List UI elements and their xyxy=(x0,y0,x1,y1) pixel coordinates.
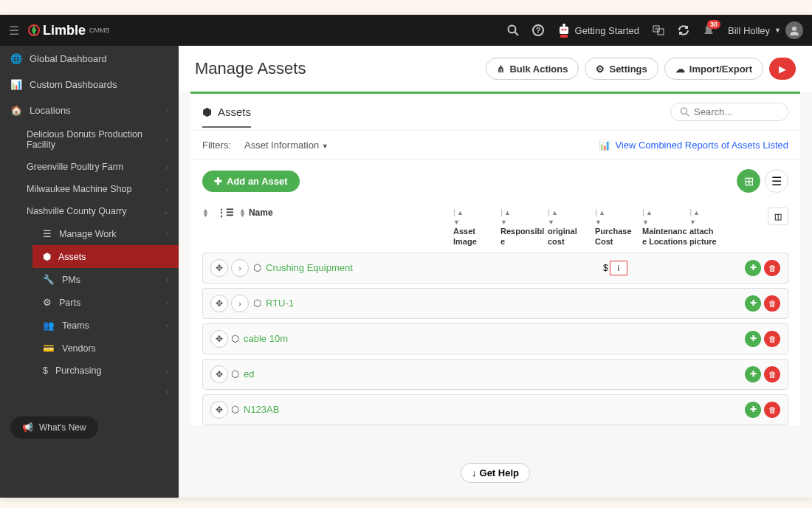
menu-icon[interactable]: ☰ xyxy=(9,24,19,38)
cube-icon: ⬡ xyxy=(231,368,239,380)
row-add-button[interactable]: ✚ xyxy=(745,331,761,347)
import-export-button[interactable]: ☁Import/Export xyxy=(664,58,763,80)
getting-started-label: Getting Started xyxy=(575,25,639,36)
getting-started-link[interactable]: Getting Started xyxy=(557,22,639,38)
nav-collapse[interactable]: › xyxy=(16,382,179,402)
row-add-button[interactable]: ✚ xyxy=(745,260,761,276)
row-delete-button[interactable]: 🗑 xyxy=(764,366,780,382)
expand-button[interactable]: › xyxy=(231,259,249,277)
nav-teams[interactable]: 👥Teams› xyxy=(32,314,179,337)
svg-line-15 xyxy=(687,114,689,117)
filter-dropdown[interactable]: Asset Information ▼ xyxy=(244,140,328,151)
notifications-icon[interactable]: 30 xyxy=(703,24,715,36)
svg-rect-9 xyxy=(560,35,568,38)
drag-handle[interactable]: ✥ xyxy=(210,259,228,277)
notification-badge: 30 xyxy=(707,20,720,29)
drag-handle[interactable]: ✥ xyxy=(210,401,228,419)
asset-name-link[interactable]: RTU-1 xyxy=(266,298,461,309)
refresh-icon[interactable] xyxy=(678,24,689,36)
card-icon: 💳 xyxy=(43,343,55,354)
nav-parts[interactable]: ⚙Parts› xyxy=(32,291,179,314)
whats-new-button[interactable]: 📢What's New xyxy=(10,416,98,439)
nav-vendors[interactable]: 💳Vendors xyxy=(32,337,179,360)
nav-pms[interactable]: 🔧PMs› xyxy=(32,268,179,291)
svg-point-1 xyxy=(508,26,515,33)
settings-button[interactable]: ⚙Settings xyxy=(585,58,658,80)
column-asset-image[interactable]: Asset Image xyxy=(453,227,477,245)
column-maintenance-locations[interactable]: Maintenance Locations xyxy=(642,227,687,245)
column-original-cost[interactable]: original cost xyxy=(548,227,577,245)
nav-assets[interactable]: ⬢Assets xyxy=(32,245,179,268)
expand-button[interactable]: › xyxy=(231,295,249,312)
get-help-button[interactable]: ↓Get Help xyxy=(461,463,530,483)
tree-view-toggle[interactable]: ⊞ xyxy=(737,169,760,193)
play-button[interactable]: ▶ xyxy=(769,58,796,80)
nav-location-milwaukee[interactable]: Milwaukee Machine Shop› xyxy=(16,178,179,200)
row-delete-button[interactable]: 🗑 xyxy=(764,331,780,347)
add-asset-button[interactable]: ✚Add an Asset xyxy=(202,171,300,192)
chevron-right-icon: › xyxy=(166,321,168,329)
list-icon: ☰ xyxy=(43,228,52,239)
cubes-icon: ⬢ xyxy=(43,251,51,262)
row-add-button[interactable]: ✚ xyxy=(745,295,761,312)
rss-icon: ⋔ xyxy=(497,64,505,75)
nav-location-greenville[interactable]: Greenville Poultry Farm› xyxy=(16,156,179,178)
nav-location-donuts[interactable]: Delicious Donuts Production Facility› xyxy=(16,123,179,156)
cube-icon: ⬡ xyxy=(231,333,239,344)
column-purchase-cost[interactable]: Purchase Cost xyxy=(595,227,632,245)
cube-icon: ⬡ xyxy=(253,298,261,309)
list-icon: ☰ xyxy=(771,174,782,188)
list-icon: ⋮☰ xyxy=(217,207,234,218)
svg-point-13 xyxy=(792,27,796,31)
content-area: Manage Assets ⋔Bulk Actions ⚙Settings ☁I… xyxy=(179,46,812,498)
view-reports-link[interactable]: 📊View Combined Reports of Assets Listed xyxy=(599,140,788,151)
asset-name-link[interactable]: cable 10m xyxy=(244,333,461,344)
svg-point-14 xyxy=(681,108,687,114)
asset-name-link[interactable]: N123AB xyxy=(244,404,461,415)
drag-handle[interactable]: ✥ xyxy=(210,295,228,312)
page-title: Manage Assets xyxy=(195,59,306,78)
nav-global-dashboard[interactable]: 🌐Global Dashboard xyxy=(0,46,179,72)
assets-panel: ⬢Assets Filters: Asset Information ▼ 📊Vi… xyxy=(190,92,800,425)
purchase-cost-input[interactable] xyxy=(610,261,627,275)
nav-custom-dashboards[interactable]: 📊Custom Dashboards xyxy=(0,72,179,97)
search-icon[interactable] xyxy=(507,24,519,36)
chevron-right-icon: › xyxy=(166,298,168,306)
list-view-toggle[interactable]: ☰ xyxy=(765,169,788,193)
asset-name-link[interactable]: Crushing Equipment xyxy=(266,262,461,273)
table-row: ✥›⬡Crushing Equipment$✚🗑 xyxy=(202,253,788,284)
home-icon: 🏠 xyxy=(10,105,22,116)
row-delete-button[interactable]: 🗑 xyxy=(764,402,780,418)
drag-handle[interactable]: ✥ xyxy=(210,330,228,348)
drag-handle[interactable]: ✥ xyxy=(210,365,228,383)
chevron-right-icon: › xyxy=(166,230,168,238)
help-icon[interactable]: ? xyxy=(532,24,544,36)
row-add-button[interactable]: ✚ xyxy=(745,366,761,382)
user-menu[interactable]: Bill Holley ▼ xyxy=(728,21,803,39)
columns-config-button[interactable]: ◫ xyxy=(768,207,788,225)
row-delete-button[interactable]: 🗑 xyxy=(764,260,780,276)
table-row: ✥⬡cable 10m✚🗑 xyxy=(202,323,788,354)
translate-icon[interactable]: A xyxy=(653,24,664,36)
asset-name-link[interactable]: ed xyxy=(244,368,461,380)
users-icon: 👥 xyxy=(43,320,55,331)
nav-location-nashville[interactable]: Nashville County Quarry⌄ xyxy=(16,200,179,222)
brand-logo[interactable]: LimbleCMMS xyxy=(28,23,110,38)
nav-manage-work[interactable]: ☰Manage Work› xyxy=(32,222,179,245)
sort-icon[interactable]: ▲▼ xyxy=(202,208,209,218)
wrench-icon: 🔧 xyxy=(43,274,55,285)
nav-locations[interactable]: 🏠Locations› xyxy=(0,97,179,123)
filters-label: Filters: xyxy=(202,140,231,151)
column-name[interactable]: Name xyxy=(249,207,273,218)
sort-icon[interactable]: ▲▼ xyxy=(239,208,246,218)
chevron-right-icon: › xyxy=(166,106,168,114)
row-add-button[interactable]: ✚ xyxy=(745,402,761,418)
bulk-actions-button[interactable]: ⋔Bulk Actions xyxy=(486,58,579,80)
nav-purchasing[interactable]: $Purchasing› xyxy=(32,360,179,382)
row-delete-button[interactable]: 🗑 xyxy=(764,295,780,312)
column-responsible[interactable]: Responsible xyxy=(500,227,544,245)
search-input[interactable] xyxy=(694,106,779,117)
search-box[interactable] xyxy=(670,103,788,121)
column-attach-picture[interactable]: attach picture xyxy=(689,227,717,245)
gear-icon: ⚙ xyxy=(596,64,605,75)
